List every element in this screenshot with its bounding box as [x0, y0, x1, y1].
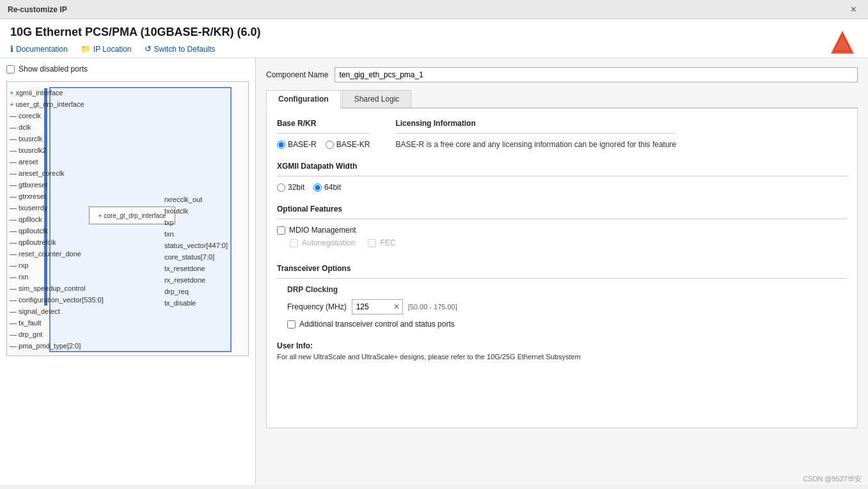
base-rkr-divider	[277, 133, 370, 134]
additional-ports-row: Additional transceiver control and statu…	[287, 320, 847, 329]
info-icon: ℹ	[10, 44, 13, 54]
licensing-col: Licensing Information BASE-R is a free c…	[395, 119, 676, 149]
port-qplllock: — qplllock	[10, 213, 104, 225]
port-areset: — areset	[10, 156, 104, 167]
port-diagram: + core_gt_drp_interface rxrecclk_out txo…	[6, 81, 249, 356]
port-status-vector: status_vector[447:0]	[164, 240, 228, 251]
tab-shared-logic[interactable]: Shared Logic	[342, 90, 412, 107]
title-bar: Re-customize IP ×	[0, 0, 868, 19]
port-tx-disable: tx_disable	[164, 297, 228, 309]
ip-location-label: IP Location	[93, 45, 132, 54]
fec-checkbox[interactable]	[368, 239, 376, 247]
port-rxp: — rxp	[10, 260, 104, 271]
port-user-gt: + user_gt_drp_interface	[10, 98, 104, 110]
freq-input[interactable]	[352, 300, 391, 314]
drp-clocking: DRP Clocking Frequency (MHz) ✕ [50.00 - …	[287, 285, 847, 329]
port-sim-speedup: — sim_speedup_control	[10, 283, 104, 294]
autoneg-checkbox[interactable]	[290, 239, 298, 247]
port-xgmii: + xgmii_interface	[10, 87, 104, 98]
port-txuserrdy: — txuserrdy	[10, 202, 104, 213]
tab-configuration[interactable]: Configuration	[266, 90, 341, 109]
mdio-management-row: MDIO Management	[277, 226, 847, 235]
freq-input-wrap: ✕	[352, 299, 403, 314]
user-info-text: For all new UltraScale and UltraScale+ d…	[277, 353, 847, 361]
port-drp-req: drp_req	[164, 286, 228, 297]
licensing-divider	[395, 133, 676, 134]
ip-location-link[interactable]: 📁 IP Location	[81, 44, 132, 54]
radio-base-kr-input[interactable]	[326, 141, 334, 149]
port-rx-resetdone: rx_resetdone	[164, 274, 228, 286]
radio-64bit-input[interactable]	[313, 183, 322, 192]
fec-label: FEC	[380, 238, 395, 247]
base-rkr-section: Base R/KR BASE-R BASE-KR	[277, 119, 847, 149]
radio-32bit-input[interactable]	[277, 183, 285, 192]
port-gtbxreset: — gtbxreset	[10, 179, 104, 190]
radio-base-kr-label: BASE-KR	[336, 140, 370, 149]
switch-to-defaults-link[interactable]: ↺ Switch to Defaults	[145, 44, 216, 54]
port-config-vector: — configuration_vector[535:0]	[10, 294, 104, 306]
port-txusrclk2: — txusrclk2	[10, 144, 104, 156]
freq-label: Frequency (MHz)	[287, 302, 347, 311]
radio-32bit[interactable]: 32bit	[277, 183, 304, 192]
additional-ports-checkbox[interactable]	[287, 320, 296, 329]
autoneg-row: Autonegotiation	[290, 238, 355, 247]
close-button[interactable]: ×	[847, 3, 860, 17]
xgmii-section: XGMII Datapath Width 32bit 64bit	[277, 162, 847, 192]
port-tx-resetdone: tx_resetdone	[164, 263, 228, 274]
right-panel: Component Name Configuration Shared Logi…	[256, 58, 868, 485]
left-ports-list: + xgmii_interface + user_gt_drp_interfac…	[10, 87, 104, 352]
inline-checkboxes: Autonegotiation FEC	[290, 238, 847, 251]
freq-row: Frequency (MHz) ✕ [50.00 - 175.00]	[287, 299, 847, 314]
xgmii-radio-group: 32bit 64bit	[277, 183, 847, 192]
base-rkr-radio-group: BASE-R BASE-KR	[277, 140, 370, 149]
port-txoutclk: txoutclk	[164, 205, 228, 217]
center-block-label: core_gt_drp_interface	[104, 212, 166, 219]
show-disabled-ports-label: Show disabled ports	[19, 65, 88, 74]
mdio-checkbox[interactable]	[277, 226, 285, 235]
base-rkr-two-col: Base R/KR BASE-R BASE-KR	[277, 119, 847, 149]
watermark: CSDN @9527华安	[803, 474, 862, 484]
user-info-title: User Info:	[277, 341, 847, 350]
mdio-label: MDIO Management	[289, 226, 356, 235]
port-qplloutrefclk: — qplloutrefclk	[10, 237, 104, 248]
radio-64bit-label: 64bit	[324, 183, 341, 192]
switch-to-defaults-label: Switch to Defaults	[154, 45, 216, 54]
port-pma-pmd-type: — pma_pmd_type[2:0]	[10, 340, 104, 352]
app-title: 10G Ethernet PCS/PMA (10GBASE-R/KR) (6.0…	[10, 26, 858, 39]
port-reset-counter-done: — reset_counter_done	[10, 248, 104, 260]
optional-features-section: Optional Features MDIO Management Autone…	[277, 205, 847, 251]
transceiver-options-section: Transceiver Options DRP Clocking Frequen…	[277, 264, 847, 329]
optional-features-divider	[277, 219, 847, 219]
port-rxrecclk-out: rxrecclk_out	[164, 194, 228, 205]
radio-base-kr[interactable]: BASE-KR	[326, 140, 370, 149]
freq-clear-button[interactable]: ✕	[391, 302, 402, 311]
port-coreclk: — coreclk	[10, 110, 104, 121]
transceiver-options-divider	[277, 278, 847, 279]
port-rxn: — rxn	[10, 271, 104, 283]
licensing-text: BASE-R is a free core and any licensing …	[395, 140, 676, 149]
radio-base-r[interactable]: BASE-R	[277, 140, 317, 149]
radio-base-r-input[interactable]	[277, 141, 285, 149]
user-info-section: User Info: For all new UltraScale and Ul…	[277, 341, 847, 361]
additional-ports-label: Additional transceiver control and statu…	[299, 320, 455, 329]
component-name-input[interactable]	[335, 67, 858, 82]
fec-row: FEC	[368, 238, 395, 247]
xgmii-title: XGMII Datapath Width	[277, 162, 847, 171]
port-txn: txn	[164, 228, 228, 240]
autoneg-label: Autonegotiation	[302, 238, 355, 247]
tab-content-configuration: Base R/KR BASE-R BASE-KR	[266, 109, 858, 428]
radio-base-r-label: BASE-R	[288, 140, 317, 149]
right-ports-list: rxrecclk_out txoutclk txp txn status_vec…	[164, 194, 228, 309]
port-areset-coreclk: — areset_coreclk	[10, 167, 104, 179]
radio-64bit[interactable]: 64bit	[313, 183, 341, 192]
location-icon: 📁	[81, 44, 91, 54]
radio-32bit-label: 32bit	[288, 183, 304, 192]
documentation-link[interactable]: ℹ Documentation	[10, 44, 68, 54]
port-drp-gnt: — drp_gnt	[10, 329, 104, 340]
left-panel: Show disabled ports + core_gt_drp_interf…	[0, 58, 256, 485]
show-disabled-ports-checkbox[interactable]	[6, 65, 15, 74]
port-txp: txp	[164, 217, 228, 228]
toolbar: ℹ Documentation 📁 IP Location ↺ Switch t…	[10, 44, 858, 54]
tabs: Configuration Shared Logic	[266, 90, 858, 109]
port-dclk: — dclk	[10, 121, 104, 133]
